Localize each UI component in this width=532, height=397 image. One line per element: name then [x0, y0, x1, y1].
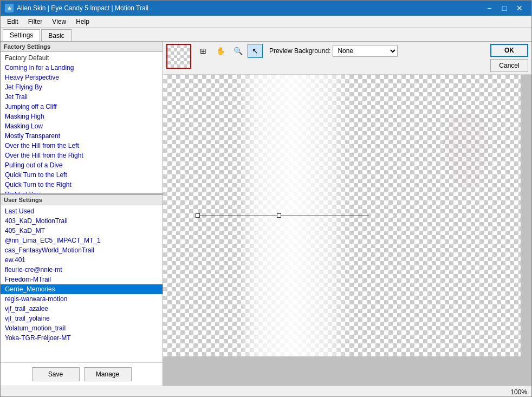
user-setting-volatum-motion[interactable]: Volatum_motion_trail	[1, 323, 163, 333]
pan-button[interactable]: ✋	[213, 44, 228, 58]
factory-settings-section: Factory Settings Factory DefaultComing i…	[1, 42, 163, 195]
close-button[interactable]: ✕	[512, 1, 527, 16]
user-setting-gerrie-memories[interactable]: Gerrie_Memories	[1, 284, 163, 294]
factory-setting-jumping-off-cliff[interactable]: Jumping off a Cliff	[1, 102, 163, 112]
user-settings-header: User Settings	[1, 195, 163, 205]
zoom-fit-button[interactable]: ⊞	[196, 44, 211, 58]
user-setting-regis-warwara[interactable]: regis-warwara-motion	[1, 294, 163, 304]
left-panel: Factory Settings Factory DefaultComing i…	[1, 42, 163, 386]
minimize-button[interactable]: −	[482, 1, 497, 16]
user-setting-last-used[interactable]: Last Used	[1, 206, 163, 216]
tab-settings[interactable]: Settings	[3, 29, 40, 41]
factory-setting-over-hill-right[interactable]: Over the Hill from the Right	[1, 151, 163, 160]
menu-bar: Edit Filter View Help	[1, 16, 531, 28]
path-handle-mid[interactable]	[277, 213, 281, 218]
factory-setting-quick-turn-left[interactable]: Quick Turn to the Left	[1, 170, 163, 180]
factory-setting-pulling-out-dive[interactable]: Pulling out of a Dive	[1, 160, 163, 170]
user-setting-fleurie-cre[interactable]: fleurie-cre@nnie-mt	[1, 265, 163, 275]
menu-view[interactable]: View	[48, 16, 70, 27]
user-setting-vjf-trail-azalee[interactable]: vjf_trail_azalee	[1, 304, 163, 314]
user-setting-ew401[interactable]: ew.401	[1, 255, 163, 265]
ok-cancel-buttons: OK Cancel	[490, 44, 528, 72]
menu-edit[interactable]: Edit	[3, 16, 23, 27]
ok-button[interactable]: OK	[490, 44, 528, 57]
factory-setting-right-at-you[interactable]: Right at You	[1, 190, 163, 193]
user-setting-nn-lima[interactable]: @nn_Lima_EC5_IMPACT_MT_1	[1, 236, 163, 245]
factory-setting-factory-default[interactable]: Factory Default	[1, 53, 163, 63]
factory-setting-quick-turn-right[interactable]: Quick Turn to the Right	[1, 180, 163, 190]
factory-setting-jet-trail[interactable]: Jet Trail	[1, 92, 163, 102]
save-button[interactable]: Save	[32, 367, 80, 381]
user-setting-403-kad-motiontrail[interactable]: 403_KaD_MotionTrail	[1, 216, 163, 226]
floral-decoration	[429, 107, 504, 194]
maximize-button[interactable]: □	[497, 1, 512, 16]
motion-path-line	[196, 216, 369, 216]
factory-setting-masking-high[interactable]: Masking High	[1, 112, 163, 121]
preview-thumbnail	[166, 44, 191, 69]
status-bar: 100%	[1, 386, 531, 397]
user-settings-section: User Settings Last Used403_KaD_MotionTra…	[1, 195, 163, 362]
user-setting-freedom-mt[interactable]: Freedom-MTrail	[1, 275, 163, 284]
factory-setting-over-hill-left[interactable]: Over the Hill from the Left	[1, 141, 163, 151]
preview-bg-label: Preview Background:	[269, 47, 330, 55]
factory-settings-header: Factory Settings	[1, 42, 163, 52]
path-handle-left[interactable]	[196, 213, 200, 218]
factory-setting-heavy-perspective[interactable]: Heavy Perspective	[1, 73, 163, 82]
window-title: Alien Skin | Eye Candy 5 Impact | Motion…	[17, 4, 148, 12]
factory-settings-list: Factory DefaultComing in for a LandingHe…	[1, 52, 163, 193]
manage-button[interactable]: Manage	[84, 367, 132, 381]
user-setting-405-kad-mt[interactable]: 405_KaD_MT	[1, 226, 163, 236]
title-bar-left: ★ Alien Skin | Eye Candy 5 Impact | Moti…	[5, 4, 148, 12]
preview-area[interactable]	[163, 75, 531, 386]
zoom-level: 100%	[510, 388, 527, 396]
user-setting-yoka-tgr[interactable]: Yoka-TGR-Fréijoer-MT	[1, 333, 163, 343]
user-settings-list: Last Used403_KaD_MotionTrail405_KaD_MT@n…	[1, 205, 163, 344]
tabs-row: Settings Basic	[1, 28, 531, 42]
tab-basic[interactable]: Basic	[41, 29, 71, 41]
factory-setting-jet-flying-by[interactable]: Jet Flying By	[1, 82, 163, 92]
right-top-area: ⊞ ✋ 🔍 ↖ Preview Background: None Black W…	[163, 42, 531, 75]
menu-filter[interactable]: Filter	[24, 16, 47, 27]
preview-bg-select[interactable]: None Black White Custom	[333, 45, 398, 57]
left-panel-buttons: Save Manage	[1, 362, 163, 386]
factory-setting-coming-in[interactable]: Coming in for a Landing	[1, 63, 163, 73]
user-settings-list-container[interactable]: Last Used403_KaD_MotionTrail405_KaD_MT@n…	[1, 205, 163, 362]
zoom-button[interactable]: 🔍	[230, 44, 245, 58]
factory-setting-masking-low[interactable]: Masking Low	[1, 121, 163, 131]
window-controls[interactable]: − □ ✕	[482, 1, 527, 16]
user-setting-vjf-trail-yolaine[interactable]: vjf_trail_yolaine	[1, 314, 163, 323]
preview-canvas	[163, 75, 521, 356]
right-panel: ⊞ ✋ 🔍 ↖ Preview Background: None Black W…	[163, 42, 531, 386]
user-setting-cas-fantasy[interactable]: cas_FantasyWorld_MotionTrail	[1, 245, 163, 255]
app-icon: ★	[5, 4, 14, 12]
toolbar-row: ⊞ ✋ 🔍 ↖ Preview Background: None Black W…	[196, 44, 486, 58]
title-bar: ★ Alien Skin | Eye Candy 5 Impact | Moti…	[1, 1, 531, 16]
cancel-button[interactable]: Cancel	[490, 59, 528, 72]
main-content: Factory Settings Factory DefaultComing i…	[1, 42, 531, 386]
menu-help[interactable]: Help	[72, 16, 94, 27]
factory-setting-mostly-transparent[interactable]: Mostly Transparent	[1, 131, 163, 141]
select-button[interactable]: ↖	[248, 44, 263, 58]
factory-settings-list-container[interactable]: Factory DefaultComing in for a LandingHe…	[1, 52, 163, 193]
right-top-inner: ⊞ ✋ 🔍 ↖ Preview Background: None Black W…	[166, 44, 528, 72]
